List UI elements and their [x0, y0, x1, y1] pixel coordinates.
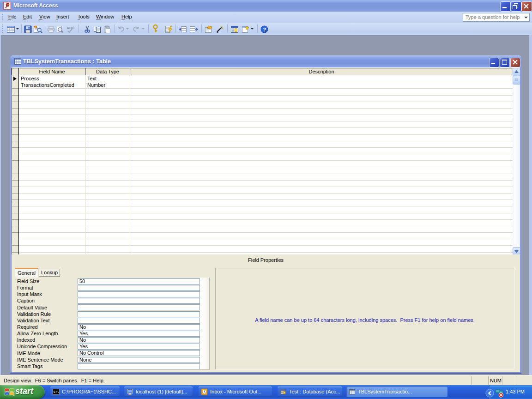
svg-text:C:\: C:\ — [54, 391, 59, 394]
svg-text:ABC: ABC — [66, 26, 75, 30]
